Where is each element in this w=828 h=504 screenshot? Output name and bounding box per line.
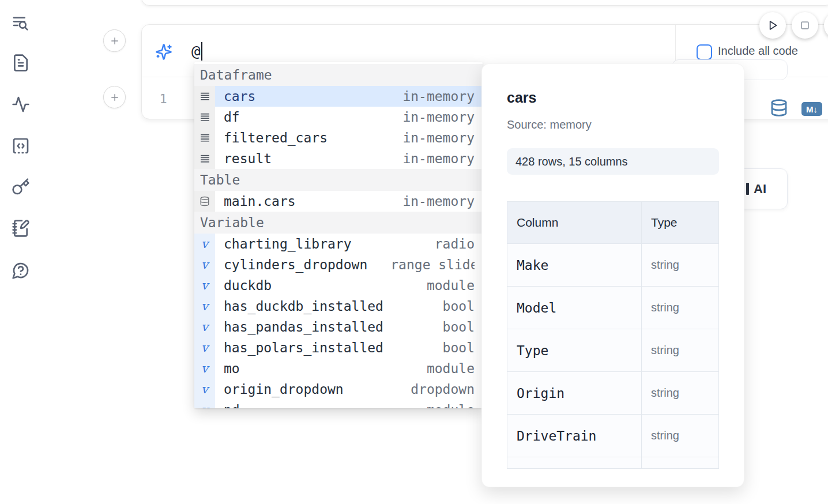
variable-icon: v: [194, 234, 215, 254]
type-cell: string: [642, 372, 718, 414]
column-cell: DriveTrain: [507, 415, 642, 457]
option-origin-dropdown[interactable]: v origin_dropdown dropdown: [194, 379, 483, 400]
option-main-cars[interactable]: main.cars in-memory: [194, 191, 483, 212]
option-type: in-memory: [402, 151, 475, 166]
column-cell: Origin: [507, 372, 642, 414]
option-type: radio: [435, 236, 475, 251]
option-name: filtered_cars: [224, 130, 328, 145]
option-name: origin_dropdown: [224, 382, 344, 397]
option-name: mo: [224, 361, 240, 376]
option-pd[interactable]: v pd module: [194, 400, 483, 408]
column-cell: [507, 457, 642, 469]
add-cell-above-button[interactable]: [103, 29, 126, 52]
type-cell: string: [642, 244, 718, 286]
column-cell: Type: [507, 329, 642, 371]
help-circle-icon[interactable]: [12, 261, 30, 280]
stop-button[interactable]: [792, 12, 818, 39]
option-type: bool: [443, 299, 475, 314]
option-cars[interactable]: cars in-memory: [194, 86, 483, 107]
database-icon: [194, 191, 215, 212]
schema-row: Origin string: [507, 371, 718, 414]
column-cell: Model: [507, 287, 642, 329]
variable-icon: v: [194, 358, 215, 379]
schema-header-row: Column Type: [507, 202, 718, 243]
variable-icon: v: [194, 379, 215, 400]
option-name: cylinders_dropdown: [224, 257, 367, 272]
ai-card-label: AI: [754, 182, 766, 197]
schema-row: DriveTrain string: [507, 414, 718, 457]
prompt-text: @: [191, 43, 201, 60]
rows-icon: [194, 107, 215, 127]
rows-icon: [194, 86, 215, 107]
text-cursor: [201, 42, 202, 61]
option-has-polars-installed[interactable]: v has_polars_installed bool: [194, 337, 483, 358]
column-cell: Make: [507, 244, 642, 286]
schema-row-clipped: [507, 457, 718, 469]
section-header-table: Table: [194, 169, 483, 191]
add-cell-below-button[interactable]: [103, 86, 126, 108]
type-cell: string: [642, 415, 718, 457]
section-header-variable: Variable: [194, 212, 483, 234]
markdown-icon[interactable]: M↓: [801, 102, 822, 116]
variable-icon: v: [194, 254, 215, 275]
option-name: df: [224, 110, 240, 125]
file-text-icon[interactable]: [12, 54, 30, 72]
variable-icon: v: [194, 400, 215, 408]
option-name: pd: [224, 403, 240, 408]
type-cell: string: [642, 329, 718, 371]
option-filtered-cars[interactable]: filtered_cars in-memory: [194, 127, 483, 148]
sparkles-icon: [155, 43, 172, 61]
option-type: module: [427, 361, 475, 376]
option-type: bool: [443, 319, 475, 334]
schema-row: Model string: [507, 286, 718, 329]
key-icon[interactable]: [12, 178, 30, 196]
option-name: has_polars_installed: [224, 340, 383, 355]
database-icon[interactable]: [770, 99, 788, 117]
snippets-code-icon[interactable]: [12, 137, 30, 155]
list-search-icon[interactable]: [12, 14, 30, 32]
option-type: in-memory: [402, 110, 475, 125]
play-icon: [765, 18, 780, 33]
clipped-letter: [746, 183, 749, 195]
type-cell: string: [642, 287, 718, 329]
option-type: in-memory: [402, 130, 475, 145]
option-type: bool: [443, 340, 475, 355]
option-type: in-memory: [402, 89, 475, 104]
line-number: 1: [155, 77, 172, 120]
option-name: cars: [224, 89, 255, 104]
option-cylinders-dropdown[interactable]: v cylinders_dropdown range_slider: [194, 254, 483, 275]
notebook-pen-icon[interactable]: [12, 219, 30, 238]
option-name: has_pandas_installed: [224, 319, 383, 334]
include-all-code-checkbox[interactable]: [697, 44, 712, 60]
schema-row: Make string: [507, 243, 718, 286]
variable-icon: v: [194, 317, 215, 337]
previous-cell-edge: [141, 0, 828, 6]
option-has-pandas-installed[interactable]: v has_pandas_installed bool: [194, 317, 483, 337]
option-result[interactable]: result in-memory: [194, 148, 483, 169]
option-type: range_slider: [390, 257, 475, 272]
preview-title: cars: [507, 89, 536, 106]
run-cell-button[interactable]: [759, 12, 786, 39]
variable-icon: v: [194, 275, 215, 296]
option-has-duckdb-installed[interactable]: v has_duckdb_installed bool: [194, 296, 483, 317]
option-duckdb[interactable]: v duckdb module: [194, 275, 483, 296]
rows-icon: [194, 127, 215, 148]
option-type: module: [427, 278, 475, 293]
column-header: Column: [507, 202, 642, 243]
option-df[interactable]: df in-memory: [194, 107, 483, 127]
sidebar: [0, 0, 42, 504]
stop-icon: [797, 18, 812, 33]
preview-schema-table: Column Type Make string Model string Typ…: [507, 201, 719, 469]
preview-shape-badge: 428 rows, 15 columns: [507, 148, 719, 175]
schema-row: Type string: [507, 329, 718, 371]
autocomplete-dropdown: Dataframe cars in-memory df in-memory fi…: [194, 62, 483, 408]
option-name: charting_library: [224, 236, 352, 251]
option-name: main.cars: [224, 194, 296, 209]
option-name: duckdb: [224, 278, 272, 293]
activity-icon[interactable]: [12, 95, 30, 114]
option-type: module: [427, 403, 475, 408]
type-header: Type: [642, 202, 718, 243]
option-charting-library[interactable]: v charting_library radio: [194, 234, 483, 254]
option-name: result: [224, 151, 272, 166]
option-mo[interactable]: v mo module: [194, 358, 483, 379]
